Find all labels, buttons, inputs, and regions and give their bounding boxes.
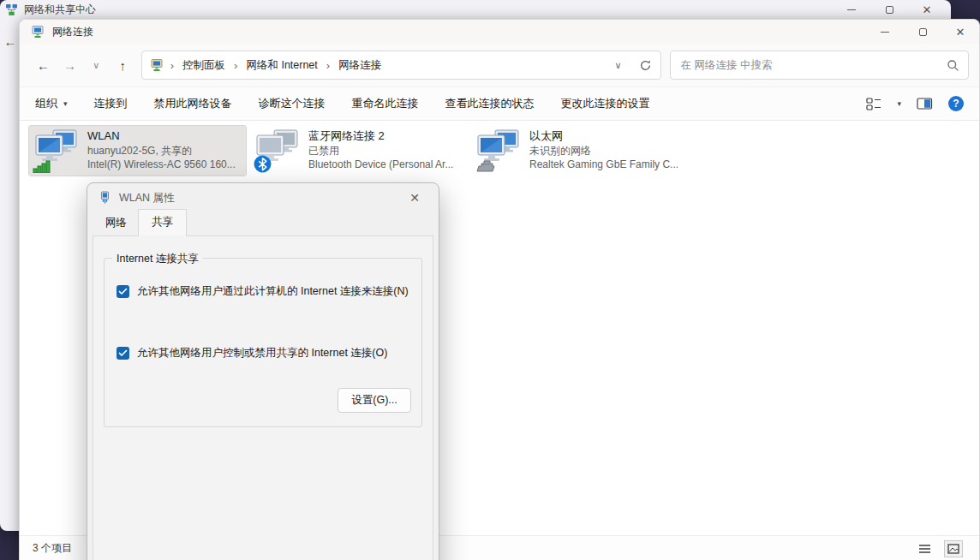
wifi-signal-icon: [33, 158, 51, 173]
diagnose-connection-button[interactable]: 诊断这个连接: [259, 96, 326, 111]
background-titlebar: 网络和共享中心 ✕: [0, 0, 951, 19]
titlebar: 网络连接 ✕: [20, 20, 979, 44]
search-input[interactable]: [681, 59, 938, 71]
connection-device: Realtek Gaming GbE Family C...: [529, 158, 678, 172]
disable-device-button[interactable]: 禁用此网络设备: [154, 96, 232, 111]
connection-item-bluetooth[interactable]: 蓝牙网络连接 2 已禁用 Bluetooth Device (Personal …: [250, 126, 467, 176]
minimize-button[interactable]: [866, 20, 904, 44]
window-title: 网络连接: [52, 25, 93, 39]
crumb-separator: ›: [228, 59, 243, 72]
groupbox-label: Internet 连接共享: [112, 252, 203, 266]
icon-view-icon[interactable]: [944, 540, 963, 557]
address-dropdown-icon[interactable]: ∨: [615, 60, 622, 71]
settings-button[interactable]: 设置(G)...: [338, 388, 411, 413]
tab-sharing[interactable]: 共享: [138, 209, 187, 236]
search-icon[interactable]: [947, 59, 959, 72]
refresh-icon[interactable]: [639, 59, 652, 72]
connection-name: WLAN: [87, 129, 236, 144]
navigation-toolbar: ← → ∨ ↑ › 控制面板 › 网络和 Internet › 网络连接 ∨: [20, 44, 979, 86]
help-icon[interactable]: ?: [948, 96, 964, 111]
dialog-titlebar: WLAN 属性 ✕: [87, 183, 439, 212]
checkbox-checked-icon[interactable]: [117, 347, 129, 360]
breadcrumb-control-panel[interactable]: 控制面板: [180, 57, 228, 74]
sharing-tab-page: Internet 连接共享 允许其他网络用户通过此计算机的 Internet 连…: [93, 235, 433, 560]
connection-status: huanyu202-5G, 共享的: [87, 144, 236, 158]
adapter-icon: [99, 191, 111, 205]
back-icon[interactable]: ←: [30, 52, 57, 78]
internet-sharing-groupbox: Internet 连接共享 允许其他网络用户通过此计算机的 Internet 连…: [104, 258, 422, 427]
close-button[interactable]: ✕: [941, 20, 979, 44]
connection-name: 以太网: [529, 129, 678, 144]
allow-sharing-checkbox-row[interactable]: 允许其他网络用户通过此计算机的 Internet 连接来连接(N): [117, 284, 413, 299]
connection-status: 未识别的网络: [529, 144, 678, 158]
dialog-title: WLAN 属性: [119, 191, 175, 206]
connection-item-ethernet[interactable]: 以太网 未识别的网络 Realtek Gaming GbE Family C..…: [471, 126, 688, 176]
search-box[interactable]: [670, 51, 969, 80]
preview-pane-icon[interactable]: [917, 97, 933, 110]
dialog-tabs: 网络 共享: [87, 212, 439, 235]
wlan-properties-dialog: WLAN 属性 ✕ 网络 共享 Internet 连接共享 允许其他网络用户通过…: [87, 182, 439, 560]
recent-locations-icon[interactable]: ∨: [83, 52, 110, 78]
location-icon: [151, 58, 164, 72]
connection-name: 蓝牙网络连接 2: [308, 129, 453, 144]
items-count: 3 个项目: [33, 541, 72, 556]
chevron-down-icon: ▾: [63, 99, 68, 108]
network-connections-icon: [32, 25, 45, 39]
dialog-close-icon[interactable]: ✕: [402, 191, 427, 205]
forward-icon[interactable]: →: [57, 52, 83, 78]
organize-menu-button[interactable]: 组织 ▾: [35, 96, 68, 111]
allow-sharing-label: 允许其他网络用户通过此计算机的 Internet 连接来连接(N): [137, 284, 409, 299]
connection-device: Intel(R) Wireless-AC 9560 160...: [87, 158, 236, 172]
breadcrumb-network-connections[interactable]: 网络连接: [336, 57, 384, 74]
rename-connection-button[interactable]: 重命名此连接: [352, 96, 419, 111]
view-options-icon[interactable]: [866, 97, 881, 111]
network-connections-window: 网络连接 ✕ ← → ∨ ↑ › 控制面板 › 网络和 Internet › 网…: [19, 19, 980, 560]
connect-to-button[interactable]: 连接到: [94, 96, 128, 111]
view-status-button[interactable]: 查看此连接的状态: [445, 96, 535, 111]
network-center-icon: [5, 3, 18, 16]
command-bar: 组织 ▾ 连接到 禁用此网络设备 诊断这个连接 重命名此连接 查看此连接的状态 …: [20, 86, 979, 121]
checkbox-checked-icon[interactable]: [117, 285, 129, 298]
address-bar[interactable]: › 控制面板 › 网络和 Internet › 网络连接 ∨: [141, 51, 661, 80]
connection-device: Bluetooth Device (Personal Ar...: [308, 158, 453, 172]
ethernet-icon: [475, 159, 495, 173]
connection-status: 已禁用: [308, 144, 453, 158]
bg-maximize-button[interactable]: [870, 0, 908, 19]
bg-minimize-button[interactable]: [833, 0, 870, 19]
up-icon[interactable]: ↑: [110, 52, 136, 78]
bluetooth-icon: [254, 155, 272, 173]
crumb-separator: ›: [320, 59, 336, 72]
crumb-separator: ›: [164, 59, 180, 72]
breadcrumb-network-internet[interactable]: 网络和 Internet: [243, 57, 320, 74]
maximize-button[interactable]: [904, 20, 941, 44]
connection-item-wlan[interactable]: WLAN huanyu202-5G, 共享的 Intel(R) Wireless…: [29, 126, 246, 176]
view-options-caret-icon[interactable]: ▾: [897, 99, 901, 108]
change-settings-button[interactable]: 更改此连接的设置: [561, 96, 650, 111]
background-window-title: 网络和共享中心: [24, 3, 96, 17]
list-view-icon[interactable]: [915, 540, 934, 557]
bg-back-icon[interactable]: ←: [3, 34, 18, 49]
allow-control-checkbox-row[interactable]: 允许其他网络用户控制或禁用共享的 Internet 连接(O): [117, 346, 413, 360]
tab-network[interactable]: 网络: [94, 211, 138, 235]
allow-control-label: 允许其他网络用户控制或禁用共享的 Internet 连接(O): [137, 346, 387, 360]
bg-close-button[interactable]: ✕: [908, 0, 946, 19]
